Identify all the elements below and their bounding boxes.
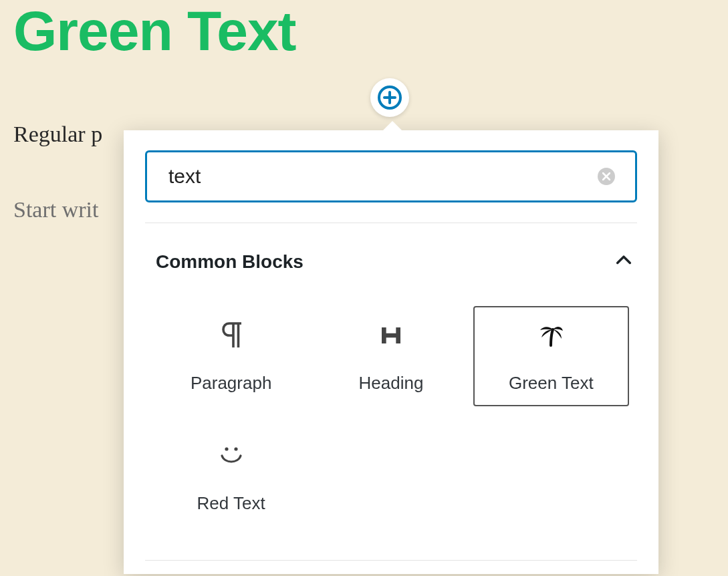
- block-label: Paragraph: [191, 373, 271, 394]
- block-label: Green Text: [509, 373, 594, 394]
- page-title[interactable]: Green Text: [0, 0, 728, 61]
- pilcrow-icon: [219, 319, 243, 351]
- block-category-title: Common Blocks: [156, 251, 304, 273]
- block-list: Paragraph Heading Green Text: [145, 306, 637, 527]
- plus-circle-icon: [376, 84, 403, 111]
- palm-icon: [537, 319, 564, 351]
- block-label: Red Text: [197, 493, 265, 514]
- block-item-green-text[interactable]: Green Text: [473, 306, 629, 406]
- divider: [145, 223, 637, 223]
- heading-icon: [380, 319, 402, 351]
- svg-point-6: [234, 447, 237, 450]
- close-icon: [602, 172, 610, 180]
- chevron-up-icon: [614, 251, 633, 273]
- block-item-red-text[interactable]: Red Text: [153, 426, 309, 527]
- smile-icon: [218, 440, 245, 472]
- block-inserter-popover: Common Blocks Paragraph Heading: [124, 130, 658, 574]
- divider: [145, 560, 637, 561]
- block-item-heading[interactable]: Heading: [313, 306, 469, 406]
- add-block-button[interactable]: [370, 78, 409, 117]
- block-category-header[interactable]: Common Blocks: [145, 251, 637, 273]
- block-search-input[interactable]: [167, 164, 598, 188]
- clear-search-button[interactable]: [598, 168, 615, 185]
- block-item-paragraph[interactable]: Paragraph: [153, 306, 309, 406]
- block-label: Heading: [359, 373, 424, 394]
- svg-point-5: [225, 447, 228, 450]
- block-search-wrap: [145, 150, 637, 202]
